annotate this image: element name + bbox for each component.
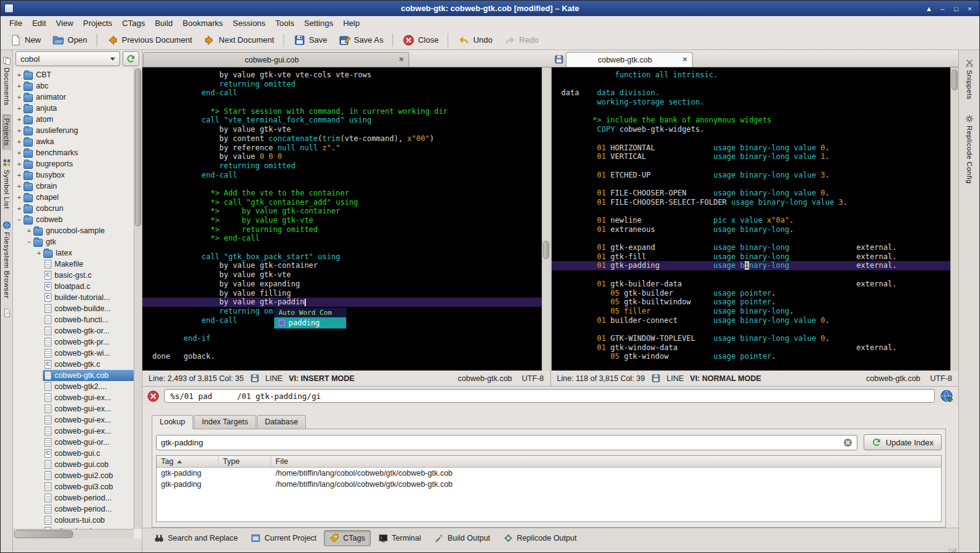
scrollbar-thumb[interactable] xyxy=(952,69,958,90)
expander-icon[interactable]: + xyxy=(15,93,23,101)
menu-build[interactable]: Build xyxy=(150,17,178,30)
tree-item-bugreports[interactable]: +bugreports xyxy=(13,158,142,169)
code-line[interactable]: 05 gtk-builder usage pointer. xyxy=(562,289,949,298)
code-line[interactable]: 01 FILE-CHOOSER-OPEN usage binary-long v… xyxy=(562,189,949,198)
expander-icon[interactable]: + xyxy=(25,227,33,234)
tree-item-cobweb-gui-cob[interactable]: cobweb-gui.cob xyxy=(13,459,142,470)
ctags-search-input[interactable] xyxy=(161,438,839,447)
tree-item-basic-gst-c[interactable]: basic-gst.c xyxy=(13,270,142,281)
code-line[interactable] xyxy=(562,107,949,116)
sidebar-symbol-list[interactable]: Symbol List xyxy=(2,155,12,213)
code-line[interactable] xyxy=(562,234,949,243)
tree-item-bloatpad-c[interactable]: bloatpad.c xyxy=(13,281,142,292)
code-line[interactable]: *> end-call xyxy=(152,234,540,243)
sidebar-filesystem-browser[interactable]: Filesystem Browser xyxy=(2,217,12,302)
tree-item-cobweb-functi[interactable]: cobweb-functi... xyxy=(13,314,142,325)
replicode-output-toggle[interactable]: Replicode Output xyxy=(498,530,583,546)
tree-item-cobweb-gui2-cob[interactable]: cobweb-gui2.cob xyxy=(13,470,142,481)
tree-item-cbt[interactable]: +CBT xyxy=(13,69,142,80)
project-selector[interactable]: cobol xyxy=(15,51,120,66)
tree-item-benchmarks[interactable]: +benchmarks xyxy=(13,147,142,158)
code-line[interactable]: 05 gtk-window usage pointer. xyxy=(562,352,949,361)
code-line[interactable]: *> by value gtk-vte xyxy=(152,216,540,225)
menu-sessions[interactable]: Sessions xyxy=(228,17,271,30)
code-line[interactable]: 01 HORIZONTAL usage binary-long value 0. xyxy=(562,144,949,153)
expander-icon[interactable]: + xyxy=(15,182,23,190)
code-line[interactable]: 01 VERTICAL usage binary-long value 1. xyxy=(562,152,949,161)
code-line[interactable]: working-storage section. xyxy=(562,98,949,107)
tree-item-cobweb[interactable]: −cobweb xyxy=(13,214,142,225)
code-line[interactable]: by content concatenate(trim(vte-command)… xyxy=(152,134,540,144)
expander-icon[interactable]: − xyxy=(25,238,33,246)
code-line[interactable]: call "vte_terminal_fork_command" using xyxy=(152,116,540,125)
column-file[interactable]: File xyxy=(271,456,941,467)
tree-item-cobweb-gui3-cob[interactable]: cobweb-gui3.cob xyxy=(13,481,142,492)
tree-item-cobweb-gui-c[interactable]: cobweb-gui.c xyxy=(13,448,142,459)
scrollbar-thumb[interactable] xyxy=(14,530,73,538)
completion-item-padding[interactable]: padding xyxy=(274,317,346,328)
tree-item-awka[interactable]: +awka xyxy=(13,136,142,147)
code-line[interactable] xyxy=(562,207,949,216)
tree-item-colours-tui-cob[interactable]: colours-tui.cob xyxy=(13,515,142,526)
table-row[interactable]: gtk-padding/home/btiffin/lang/cobol/cobw… xyxy=(157,468,941,479)
tree-item-cobweb-period[interactable]: cobweb-period... xyxy=(13,504,142,515)
new-button[interactable]: New xyxy=(4,32,46,48)
ctags-tab-index-targets[interactable]: Index Targets xyxy=(194,415,256,429)
tree-item-abc[interactable]: +abc xyxy=(13,80,142,92)
search-and-replace-toggle[interactable]: Search and Replace xyxy=(149,530,243,546)
tree-vertical-scrollbar[interactable] xyxy=(134,67,142,529)
resize-grip[interactable] xyxy=(948,548,956,553)
ctags-tab-lookup[interactable]: Lookup xyxy=(152,415,193,429)
code-line[interactable]: by value gtk-paddin xyxy=(142,298,550,307)
code-line[interactable] xyxy=(152,98,540,107)
status-encoding[interactable]: UTF-8 xyxy=(930,374,952,383)
code-line[interactable]: *> include the bank of anonymous widgets xyxy=(562,116,949,125)
code-line[interactable]: *> by value gtk-container xyxy=(152,207,540,216)
close-window-button[interactable]: × xyxy=(964,3,976,14)
left-editor-scrollbar[interactable] xyxy=(542,67,550,371)
column-tag[interactable]: Tag xyxy=(157,456,219,467)
close-command-bar-button[interactable] xyxy=(147,390,159,402)
doc-icon[interactable] xyxy=(2,309,11,317)
tree-item-auslieferung[interactable]: +auslieferung xyxy=(13,125,142,136)
update-index-button[interactable]: Update Index xyxy=(864,434,942,450)
ctags-toggle[interactable]: CTags xyxy=(324,530,370,546)
code-line[interactable]: by value expanding xyxy=(152,280,540,289)
previous-document-button[interactable]: Previous Document xyxy=(102,32,197,48)
scrollbar-thumb[interactable] xyxy=(543,241,549,259)
tree-item-atom[interactable]: +atom xyxy=(13,114,142,125)
tree-item-anjuta[interactable]: +anjuta xyxy=(13,103,142,114)
code-line[interactable] xyxy=(562,80,949,89)
tree-item-gnucobol-sample[interactable]: +gnucobol-sample xyxy=(13,225,142,236)
code-line[interactable]: *> returning omitted xyxy=(152,225,540,234)
clear-input-icon[interactable] xyxy=(843,438,852,447)
command-input[interactable]: %s/01 pad /01 gtk-padding/gi xyxy=(164,389,935,403)
tree-item-animator[interactable]: +animator xyxy=(13,92,142,103)
tree-item-cobweb-period[interactable]: cobweb-period... xyxy=(13,492,142,504)
tree-item-latex[interactable]: +latex xyxy=(13,247,142,259)
code-line[interactable]: end-if xyxy=(152,334,540,343)
expander-icon[interactable]: + xyxy=(15,82,23,90)
code-line[interactable]: 01 newline pic x value x"0a". xyxy=(562,216,949,225)
code-line[interactable]: 01 builder-connect usage binary-long val… xyxy=(562,316,949,325)
expander-icon[interactable]: + xyxy=(15,71,23,79)
sidebar-snippets[interactable]: Snippets xyxy=(965,55,974,103)
expander-icon[interactable]: + xyxy=(15,160,23,168)
code-line[interactable]: *> Add the vte to the container xyxy=(152,189,540,198)
code-line[interactable]: 01 gtk-padding usage binary-long externa… xyxy=(552,261,959,270)
tree-item-gtk[interactable]: −gtk xyxy=(13,236,142,247)
code-line[interactable]: returning omitted xyxy=(152,161,540,171)
code-line[interactable]: 01 extraneous usage binary-long. xyxy=(562,225,949,234)
code-line[interactable]: 01 ETCHED-UP usage binary-long value 3. xyxy=(562,171,949,180)
tree-item-cobweb-gtk-c[interactable]: cobweb-gtk.c xyxy=(13,359,142,370)
code-line[interactable]: by value gtk-vte vte-cols vte-rows xyxy=(152,71,540,80)
code-line[interactable]: done goback. xyxy=(152,352,540,361)
code-line[interactable]: call "gtk_box_pack_start" using xyxy=(152,252,540,262)
code-line[interactable]: by reference null null z"." xyxy=(152,144,540,153)
code-line[interactable] xyxy=(562,161,949,171)
expander-icon[interactable]: + xyxy=(15,116,23,123)
editor-right-pane[interactable]: function all intrinsic.data data divisio… xyxy=(550,67,959,371)
expander-icon[interactable]: + xyxy=(15,105,23,112)
maximize-button[interactable]: □ xyxy=(950,3,962,14)
code-line[interactable] xyxy=(562,325,949,334)
